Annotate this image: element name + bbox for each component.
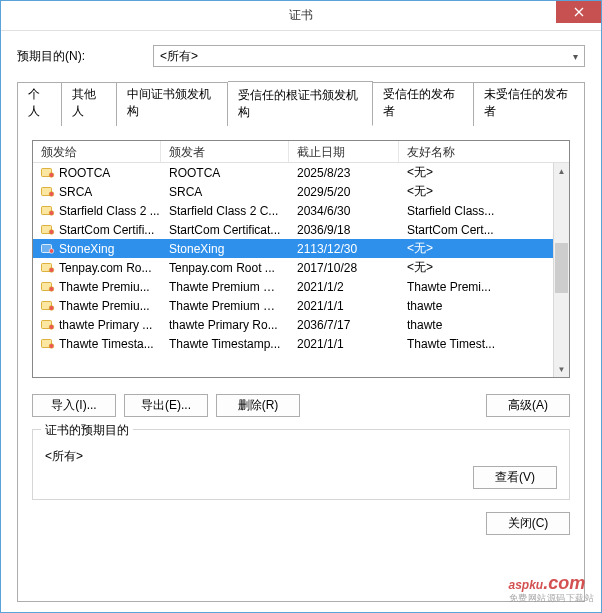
cell-issuer: thawte Primary Ro... <box>161 318 289 332</box>
scroll-up-icon[interactable]: ▲ <box>554 163 569 179</box>
cell-issuer: Thawte Premium S... <box>161 280 289 294</box>
view-button[interactable]: 查看(V) <box>473 466 557 489</box>
certificate-dialog: 证书 预期目的(N): <所有> ▾ 个人 其他人 中间证书颁发机构 受信任的根… <box>0 0 602 613</box>
cell-issued-to: Tenpay.com Ro... <box>33 261 161 275</box>
tab-trusted-pub[interactable]: 受信任的发布者 <box>373 82 473 126</box>
cell-friendly: Thawte Timest... <box>399 337 553 351</box>
table-row[interactable]: StoneXingStoneXing2113/12/30<无> <box>33 239 569 258</box>
list-body: ROOTCAROOTCA2025/8/23<无>SRCASRCA2029/5/2… <box>33 163 569 377</box>
cell-expiry: 2021/1/1 <box>289 299 399 313</box>
tab-untrusted-pub[interactable]: 未受信任的发布者 <box>474 82 585 126</box>
svg-point-5 <box>49 210 54 215</box>
cell-expiry: 2021/1/2 <box>289 280 399 294</box>
cell-friendly: Thawte Premi... <box>399 280 553 294</box>
table-row[interactable]: Tenpay.com Ro...Tenpay.com Root ...2017/… <box>33 258 569 277</box>
cell-friendly: <无> <box>399 164 553 181</box>
cell-expiry: 2025/8/23 <box>289 166 399 180</box>
cell-issued-to: StoneXing <box>33 242 161 256</box>
tab-intermediate[interactable]: 中间证书颁发机构 <box>117 82 228 126</box>
table-row[interactable]: ROOTCAROOTCA2025/8/23<无> <box>33 163 569 182</box>
scroll-down-icon[interactable]: ▼ <box>554 361 569 377</box>
svg-point-13 <box>49 286 54 291</box>
cell-expiry: 2036/7/17 <box>289 318 399 332</box>
cell-issuer: StoneXing <box>161 242 289 256</box>
dialog-bottom-row: 关闭(C) <box>32 512 570 535</box>
table-row[interactable]: Starfield Class 2 ...Starfield Class 2 C… <box>33 201 569 220</box>
svg-point-15 <box>49 305 54 310</box>
cell-issued-to: Thawte Premiu... <box>33 299 161 313</box>
svg-point-11 <box>49 267 54 272</box>
cell-issued-to: thawte Primary ... <box>33 318 161 332</box>
chevron-down-icon: ▾ <box>573 51 578 62</box>
titlebar: 证书 <box>1 1 601 31</box>
table-row[interactable]: thawte Primary ...thawte Primary Ro...20… <box>33 315 569 334</box>
cell-issuer: Tenpay.com Root ... <box>161 261 289 275</box>
tab-trusted-root[interactable]: 受信任的根证书颁发机构 <box>228 81 373 126</box>
svg-point-1 <box>49 172 54 177</box>
close-icon[interactable] <box>556 1 601 23</box>
table-row[interactable]: SRCASRCA2029/5/20<无> <box>33 182 569 201</box>
cell-friendly: <无> <box>399 259 553 276</box>
col-friendly[interactable]: 友好名称 <box>399 141 553 162</box>
close-button[interactable]: 关闭(C) <box>486 512 570 535</box>
purpose-label: 预期目的(N): <box>17 48 153 65</box>
cell-issued-to: SRCA <box>33 185 161 199</box>
tab-others[interactable]: 其他人 <box>62 82 117 126</box>
col-issuer[interactable]: 颁发者 <box>161 141 289 162</box>
cell-friendly: StartCom Cert... <box>399 223 553 237</box>
list-button-row: 导入(I)... 导出(E)... 删除(R) 高级(A) <box>32 394 570 417</box>
tabpanel: 颁发给 颁发者 截止日期 友好名称 ROOTCAROOTCA2025/8/23<… <box>17 125 585 602</box>
svg-point-19 <box>49 343 54 348</box>
cell-friendly: thawte <box>399 299 553 313</box>
cell-issuer: StartCom Certificat... <box>161 223 289 237</box>
cell-issuer: Thawte Timestamp... <box>161 337 289 351</box>
purpose-value: <所有> <box>160 48 198 65</box>
scrollbar[interactable]: ▲ ▼ <box>553 163 569 377</box>
export-button[interactable]: 导出(E)... <box>124 394 208 417</box>
cell-issued-to: Thawte Timesta... <box>33 337 161 351</box>
svg-point-9 <box>49 248 54 253</box>
col-expiry[interactable]: 截止日期 <box>289 141 399 162</box>
cell-expiry: 2021/1/1 <box>289 337 399 351</box>
certificate-list[interactable]: 颁发给 颁发者 截止日期 友好名称 ROOTCAROOTCA2025/8/23<… <box>32 140 570 378</box>
cell-issuer: Starfield Class 2 C... <box>161 204 289 218</box>
cell-friendly: <无> <box>399 183 553 200</box>
groupbox-title: 证书的预期目的 <box>41 422 133 439</box>
svg-point-17 <box>49 324 54 329</box>
table-row[interactable]: Thawte Premiu...Thawte Premium S...2021/… <box>33 296 569 315</box>
cell-issuer: Thawte Premium S... <box>161 299 289 313</box>
svg-point-3 <box>49 191 54 196</box>
cell-expiry: 2113/12/30 <box>289 242 399 256</box>
scroll-thumb[interactable] <box>555 243 568 293</box>
purpose-text: <所有> <box>45 440 473 465</box>
cell-issuer: ROOTCA <box>161 166 289 180</box>
cell-issued-to: ROOTCA <box>33 166 161 180</box>
import-button[interactable]: 导入(I)... <box>32 394 116 417</box>
cell-expiry: 2036/9/18 <box>289 223 399 237</box>
purpose-groupbox: 证书的预期目的 <所有> 查看(V) <box>32 429 570 500</box>
cell-issued-to: StartCom Certifi... <box>33 223 161 237</box>
table-row[interactable]: Thawte Premiu...Thawte Premium S...2021/… <box>33 277 569 296</box>
cell-issued-to: Starfield Class 2 ... <box>33 204 161 218</box>
cell-expiry: 2034/6/30 <box>289 204 399 218</box>
cell-friendly: <无> <box>399 240 553 257</box>
content-area: 预期目的(N): <所有> ▾ 个人 其他人 中间证书颁发机构 受信任的根证书颁… <box>1 31 601 612</box>
cell-friendly: Starfield Class... <box>399 204 553 218</box>
table-row[interactable]: Thawte Timesta...Thawte Timestamp...2021… <box>33 334 569 353</box>
svg-point-7 <box>49 229 54 234</box>
cell-friendly: thawte <box>399 318 553 332</box>
table-row[interactable]: StartCom Certifi...StartCom Certificat..… <box>33 220 569 239</box>
advanced-button[interactable]: 高级(A) <box>486 394 570 417</box>
purpose-row: 预期目的(N): <所有> ▾ <box>17 45 585 67</box>
cell-expiry: 2029/5/20 <box>289 185 399 199</box>
window-title: 证书 <box>289 7 313 24</box>
tab-personal[interactable]: 个人 <box>17 82 62 126</box>
col-issued-to[interactable]: 颁发给 <box>33 141 161 162</box>
list-header: 颁发给 颁发者 截止日期 友好名称 <box>33 141 569 163</box>
delete-button[interactable]: 删除(R) <box>216 394 300 417</box>
cell-issued-to: Thawte Premiu... <box>33 280 161 294</box>
tabstrip: 个人 其他人 中间证书颁发机构 受信任的根证书颁发机构 受信任的发布者 未受信任… <box>17 81 585 125</box>
purpose-select[interactable]: <所有> ▾ <box>153 45 585 67</box>
cell-expiry: 2017/10/28 <box>289 261 399 275</box>
cell-issuer: SRCA <box>161 185 289 199</box>
